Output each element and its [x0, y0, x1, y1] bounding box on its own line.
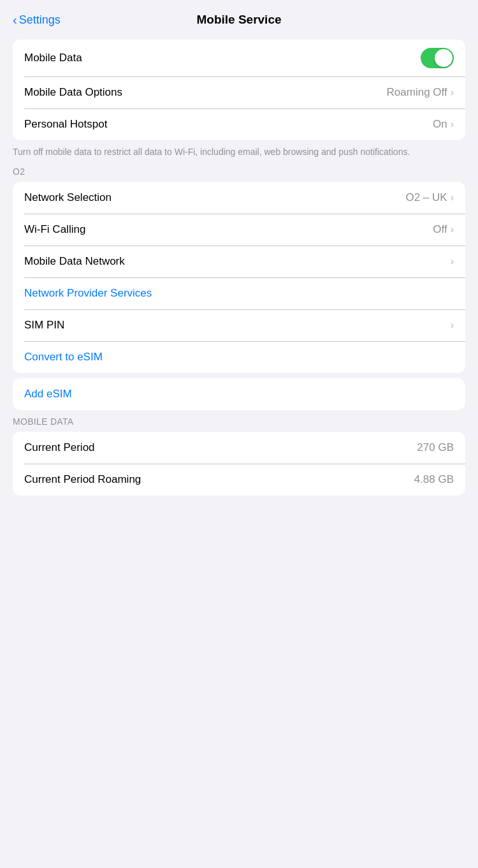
toggle-knob	[435, 49, 453, 67]
personal-hotspot-row[interactable]: Personal Hotspot On ›	[13, 108, 465, 140]
personal-hotspot-value: On ›	[433, 118, 454, 131]
chevron-icon: ›	[451, 224, 454, 235]
header: ‹ Settings Mobile Service	[0, 0, 478, 34]
network-selection-label: Network Selection	[24, 191, 112, 204]
wifi-calling-label: Wi-Fi Calling	[24, 223, 85, 236]
o2-section-header: O2	[13, 166, 465, 177]
sim-pin-row[interactable]: SIM PIN ›	[13, 309, 465, 341]
mobile-data-options-value: Roaming Off ›	[387, 86, 454, 99]
add-esim-label: Add eSIM	[24, 388, 72, 401]
sim-pin-value: ›	[451, 320, 454, 331]
network-selection-row[interactable]: Network Selection O2 – UK ›	[13, 182, 465, 214]
mobile-data-toggle[interactable]	[421, 48, 454, 68]
current-period-value: 270 GB	[417, 441, 454, 454]
mobile-data-section-header: MOBILE DATA	[13, 416, 465, 427]
mobile-data-description: Turn off mobile data to restrict all dat…	[13, 145, 465, 159]
current-period-roaming-row: Current Period Roaming 4.88 GB	[13, 464, 465, 496]
back-label: Settings	[19, 13, 61, 27]
chevron-icon: ›	[451, 119, 454, 130]
add-esim-row[interactable]: Add eSIM	[13, 378, 465, 410]
mobile-data-stats-section: Current Period 270 GB Current Period Roa…	[13, 432, 465, 496]
mobile-data-label: Mobile Data	[24, 52, 82, 64]
mobile-data-network-label: Mobile Data Network	[24, 255, 125, 268]
convert-esim-label: Convert to eSIM	[24, 351, 103, 364]
personal-hotspot-label: Personal Hotspot	[24, 118, 107, 131]
sim-pin-label: SIM PIN	[24, 319, 64, 332]
current-period-label: Current Period	[24, 441, 95, 454]
mobile-data-network-value: ›	[451, 256, 454, 267]
mobile-data-section: Mobile Data Mobile Data Options Roaming …	[13, 40, 465, 140]
network-selection-value: O2 – UK ›	[405, 191, 454, 204]
back-button[interactable]: ‹ Settings	[13, 13, 61, 27]
wifi-calling-value: Off ›	[433, 223, 454, 236]
mobile-data-network-row[interactable]: Mobile Data Network ›	[13, 246, 465, 277]
network-provider-services-row[interactable]: Network Provider Services	[13, 277, 465, 309]
back-chevron-icon: ‹	[13, 13, 17, 26]
current-period-roaming-label: Current Period Roaming	[24, 473, 141, 486]
o2-section: Network Selection O2 – UK › Wi-Fi Callin…	[13, 182, 465, 373]
mobile-data-options-row[interactable]: Mobile Data Options Roaming Off ›	[13, 77, 465, 108]
mobile-data-options-label: Mobile Data Options	[24, 86, 122, 99]
current-period-row: Current Period 270 GB	[13, 432, 465, 464]
current-period-roaming-value: 4.88 GB	[414, 473, 454, 486]
wifi-calling-row[interactable]: Wi-Fi Calling Off ›	[13, 214, 465, 246]
chevron-icon: ›	[451, 192, 454, 203]
chevron-icon: ›	[451, 256, 454, 267]
chevron-icon: ›	[451, 87, 454, 98]
chevron-icon: ›	[451, 320, 454, 331]
add-esim-section: Add eSIM	[13, 378, 465, 410]
mobile-data-row[interactable]: Mobile Data	[13, 40, 465, 77]
network-provider-services-label: Network Provider Services	[24, 287, 152, 300]
convert-esim-row[interactable]: Convert to eSIM	[13, 341, 465, 373]
page-title: Mobile Service	[196, 13, 281, 27]
